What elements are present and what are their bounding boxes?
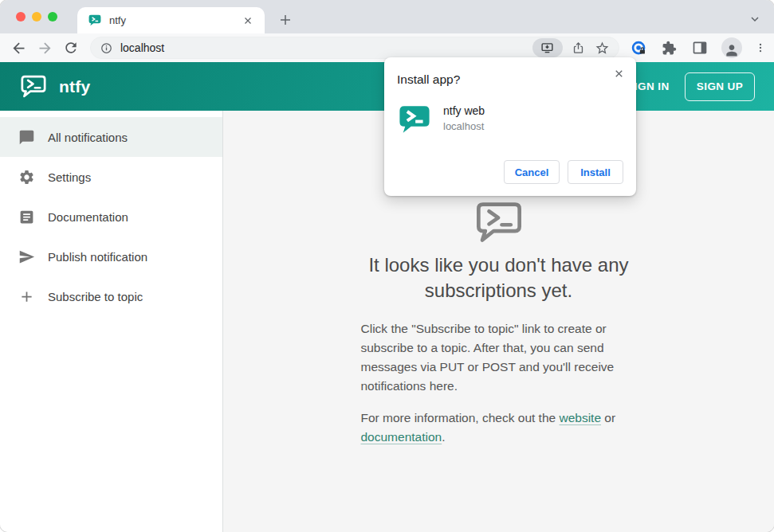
sign-up-button[interactable]: SIGN UP bbox=[685, 72, 755, 101]
minimize-window-button[interactable] bbox=[32, 12, 41, 22]
dialog-close-icon[interactable] bbox=[611, 65, 627, 81]
ntfy-logo-icon bbox=[19, 74, 48, 100]
ntfy-favicon-icon bbox=[88, 14, 101, 27]
empty-state-paragraph: For more information, check out the webs… bbox=[361, 409, 637, 447]
reload-button[interactable] bbox=[61, 37, 82, 59]
sidebar-item-documentation[interactable]: Documentation bbox=[0, 197, 222, 237]
new-tab-button[interactable] bbox=[276, 10, 295, 29]
sidebar: All notifications Settings Documentation… bbox=[0, 111, 223, 532]
tab-strip: ntfy bbox=[0, 0, 774, 33]
browser-menu-kebab-icon[interactable] bbox=[755, 39, 766, 57]
zoom-window-button[interactable] bbox=[48, 12, 57, 22]
app-title: ntfy bbox=[59, 77, 90, 96]
browser-window: ntfy localhost bbox=[0, 0, 774, 532]
paragraph-text: . bbox=[442, 430, 445, 444]
share-icon[interactable] bbox=[569, 38, 588, 57]
tab-title: ntfy bbox=[109, 14, 241, 26]
back-button[interactable] bbox=[8, 37, 29, 59]
tab-search-chevron-icon[interactable] bbox=[747, 11, 763, 27]
sidebar-item-label: Settings bbox=[48, 170, 91, 184]
password-manager-extension-icon[interactable] bbox=[631, 39, 648, 57]
sidebar-item-subscribe-to-topic[interactable]: Subscribe to topic bbox=[0, 276, 222, 316]
forward-button bbox=[34, 37, 56, 59]
ntfy-empty-state-logo-icon bbox=[473, 200, 525, 246]
sidebar-item-label: Subscribe to topic bbox=[48, 290, 143, 303]
install-dialog-title: Install app? bbox=[397, 72, 460, 87]
close-window-button[interactable] bbox=[16, 12, 26, 22]
site-info-icon[interactable] bbox=[100, 42, 112, 54]
browser-tab-ntfy[interactable]: ntfy bbox=[77, 7, 265, 33]
side-panel-icon[interactable] bbox=[691, 39, 709, 57]
sidebar-item-label: Documentation bbox=[48, 210, 128, 224]
empty-state-heading: It looks like you don't have any subscri… bbox=[332, 252, 666, 303]
install-app-icon[interactable] bbox=[532, 38, 563, 57]
paragraph-text: For more information, check out the bbox=[361, 411, 560, 424]
empty-state-paragraph: Click the "Subscribe to topic" link to c… bbox=[361, 319, 637, 396]
window-controls bbox=[16, 12, 57, 22]
cancel-button[interactable]: Cancel bbox=[504, 160, 560, 184]
gear-icon bbox=[18, 169, 35, 186]
sidebar-item-publish-notification[interactable]: Publish notification bbox=[0, 237, 222, 276]
install-dialog-app-name: ntfy web bbox=[443, 104, 485, 117]
chat-bubble-icon bbox=[18, 129, 35, 146]
bookmark-star-icon[interactable] bbox=[593, 38, 612, 57]
plus-icon bbox=[18, 288, 35, 305]
empty-state-text: Click the "Subscribe to topic" link to c… bbox=[361, 319, 637, 447]
send-icon bbox=[18, 248, 35, 265]
install-dialog-app-origin: localhost bbox=[443, 120, 484, 132]
address-bar[interactable]: localhost bbox=[90, 37, 619, 59]
sidebar-item-label: Publish notification bbox=[48, 250, 147, 264]
extensions-puzzle-icon[interactable] bbox=[661, 39, 678, 57]
url-text[interactable]: localhost bbox=[120, 41, 532, 54]
sidebar-item-settings[interactable]: Settings bbox=[0, 157, 222, 197]
documentation-link[interactable]: documentation bbox=[361, 430, 442, 444]
paragraph-text: or bbox=[601, 411, 615, 424]
profile-avatar[interactable] bbox=[721, 37, 742, 58]
website-link[interactable]: website bbox=[559, 411, 601, 424]
install-app-dialog: Install app? ntfy web localhost Cancel I… bbox=[384, 57, 636, 196]
extensions-area bbox=[631, 37, 766, 58]
article-icon bbox=[18, 209, 35, 225]
sidebar-item-all-notifications[interactable]: All notifications bbox=[0, 117, 222, 157]
install-button[interactable]: Install bbox=[568, 160, 623, 184]
sidebar-item-label: All notifications bbox=[48, 131, 128, 144]
ntfy-app-icon bbox=[399, 104, 430, 136]
tab-close-icon[interactable] bbox=[241, 14, 255, 28]
